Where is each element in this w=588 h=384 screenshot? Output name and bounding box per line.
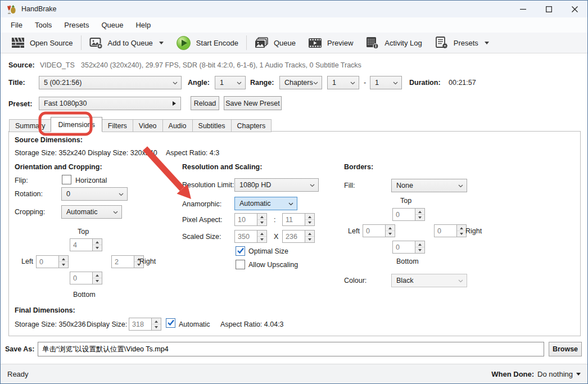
tab-dimensions[interactable]: Dimensions xyxy=(51,117,102,132)
menu-tools[interactable]: Tools xyxy=(29,19,58,31)
pixel-aspect-y-input[interactable] xyxy=(282,213,305,226)
border-right-input[interactable] xyxy=(434,224,457,237)
optimal-size-checkbox[interactable] xyxy=(236,246,245,256)
range-to-select[interactable]: 1 xyxy=(370,76,402,89)
reload-button[interactable]: Reload xyxy=(191,96,219,110)
spinner-buttons[interactable] xyxy=(415,208,425,221)
final-automatic-checkbox[interactable] xyxy=(166,318,175,328)
chevron-down-icon xyxy=(310,184,315,187)
border-bottom-spinner[interactable] xyxy=(392,241,425,254)
spinner-buttons[interactable] xyxy=(305,230,315,243)
scaled-size-label: Scaled Size: xyxy=(182,233,221,241)
status-bar: Ready When Done: Do nothing xyxy=(1,364,587,383)
preview-button[interactable]: Preview xyxy=(302,33,359,53)
tab-subtitles[interactable]: Subtitles xyxy=(192,119,232,132)
tab-video[interactable]: Video xyxy=(133,119,163,132)
menu-presets[interactable]: Presets xyxy=(58,19,95,31)
menu-help[interactable]: Help xyxy=(129,19,157,31)
border-left-label: Left xyxy=(348,227,360,235)
spinner-buttons[interactable] xyxy=(152,318,161,331)
tab-summary[interactable]: Summary xyxy=(9,119,51,132)
tab-subtitles-label: Subtitles xyxy=(198,122,225,130)
spinner-buttons[interactable] xyxy=(305,213,315,226)
when-done-control[interactable]: When Done: Do nothing xyxy=(491,370,581,378)
presets-label: Presets xyxy=(454,39,478,47)
border-left-input[interactable] xyxy=(363,224,386,237)
toolbar-separator xyxy=(81,35,82,50)
queue-button[interactable]: Queue xyxy=(248,33,302,53)
minimize-button[interactable] xyxy=(510,1,536,17)
range-from-select[interactable]: 1 xyxy=(327,76,359,89)
browse-button[interactable]: Browse xyxy=(549,342,582,356)
add-to-queue-button[interactable]: Add to Queue xyxy=(83,33,170,53)
tab-filters[interactable]: Filters xyxy=(102,119,133,132)
scaled-height-spinner[interactable] xyxy=(282,230,315,243)
chevron-down-icon xyxy=(159,42,164,44)
crop-right-input[interactable] xyxy=(111,255,134,268)
border-left-spinner[interactable] xyxy=(363,224,395,237)
flip-horizontal-checkbox[interactable] xyxy=(62,175,71,184)
spinner-buttons[interactable] xyxy=(415,241,425,254)
allow-upscaling-checkbox[interactable] xyxy=(236,260,245,269)
spinner-buttons[interactable] xyxy=(93,272,102,284)
cropping-select[interactable]: Automatic xyxy=(61,205,122,219)
spinner-buttons[interactable] xyxy=(257,230,267,243)
crop-left-spinner[interactable] xyxy=(36,255,69,268)
borders-heading: Borders: xyxy=(344,163,373,171)
start-encode-icon xyxy=(176,35,191,51)
save-new-preset-button[interactable]: Save New Preset xyxy=(224,96,282,110)
source-storage-size: Storage Size: 352x240 xyxy=(15,149,85,157)
spinner-buttons[interactable] xyxy=(257,213,267,226)
activity-log-button[interactable]: Activity Log xyxy=(359,33,428,53)
final-display-size-input[interactable] xyxy=(129,318,152,331)
crop-left-label: Left xyxy=(21,257,33,265)
scaled-height-input[interactable] xyxy=(282,230,305,243)
tab-filters-label: Filters xyxy=(108,122,127,130)
tab-summary-label: Summary xyxy=(15,122,45,130)
tab-audio-label: Audio xyxy=(169,122,187,130)
crop-top-input[interactable] xyxy=(70,238,93,251)
title-select[interactable]: 5 (00:21:56) xyxy=(39,76,182,89)
tab-audio[interactable]: Audio xyxy=(162,119,193,132)
resolution-limit-select[interactable]: 1080p HD xyxy=(234,178,319,192)
crop-bottom-spinner[interactable] xyxy=(70,272,102,284)
spinner-buttons[interactable] xyxy=(59,255,69,268)
scaled-width-input[interactable] xyxy=(234,230,257,243)
final-display-size-spinner[interactable] xyxy=(129,318,161,331)
border-top-spinner[interactable] xyxy=(392,208,425,221)
crop-bottom-input[interactable] xyxy=(70,272,93,284)
presets-button[interactable]: Presets xyxy=(428,33,495,53)
anamorphic-select[interactable]: Automatic xyxy=(234,197,297,210)
scaled-width-spinner[interactable] xyxy=(234,230,267,243)
menu-queue[interactable]: Queue xyxy=(95,19,129,31)
pixel-aspect-y-spinner[interactable] xyxy=(282,213,315,226)
close-button[interactable] xyxy=(562,1,587,17)
crop-top-spinner[interactable] xyxy=(70,238,102,251)
pixel-aspect-x-input[interactable] xyxy=(234,213,257,226)
border-bottom-input[interactable] xyxy=(392,241,415,254)
spinner-buttons[interactable] xyxy=(386,224,395,237)
fill-select[interactable]: None xyxy=(391,179,467,192)
angle-select[interactable]: 1 xyxy=(215,76,246,89)
tab-chapters[interactable]: Chapters xyxy=(231,119,272,132)
spinner-buttons[interactable] xyxy=(93,238,102,251)
border-top-input[interactable] xyxy=(392,208,415,221)
fill-label: Fill: xyxy=(344,182,355,189)
range-label: Range: xyxy=(250,79,274,87)
clapperboard-icon xyxy=(11,37,25,48)
maximize-button[interactable] xyxy=(536,1,562,17)
rotation-select[interactable]: 0 xyxy=(61,187,128,201)
menu-file[interactable]: File xyxy=(4,19,29,31)
colour-select[interactable]: Black xyxy=(391,274,467,287)
start-encode-button[interactable]: Start Encode xyxy=(170,33,245,53)
crop-left-input[interactable] xyxy=(36,255,59,268)
check-icon xyxy=(237,247,245,255)
pixel-aspect-x-spinner[interactable] xyxy=(234,213,267,226)
open-source-button[interactable]: Open Source xyxy=(5,33,79,53)
preset-select[interactable]: Fast 1080p30 xyxy=(39,97,181,110)
range-type-select[interactable]: Chapters xyxy=(279,76,322,89)
save-as-input[interactable] xyxy=(38,342,544,356)
cropping-label: Cropping: xyxy=(15,208,45,216)
title-select-value: 5 (00:21:56) xyxy=(44,79,82,87)
border-right-spinner[interactable] xyxy=(434,224,467,237)
